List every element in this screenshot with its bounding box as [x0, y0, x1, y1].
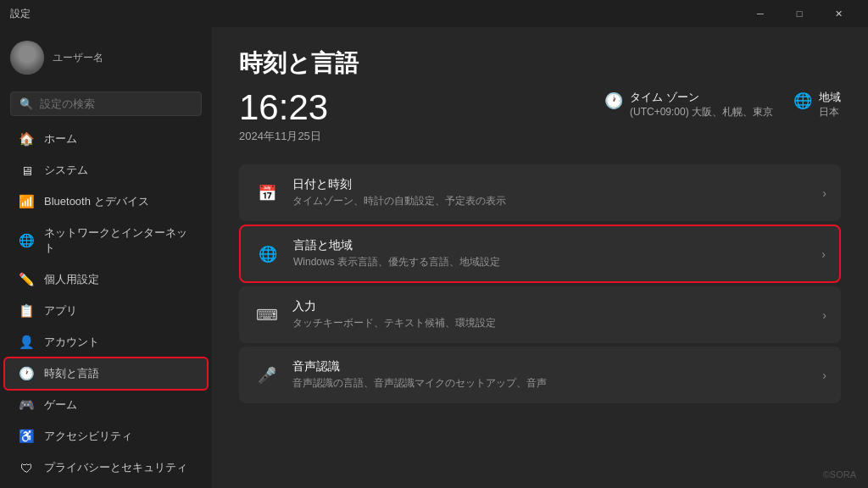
speech-title: 音声認識 — [292, 359, 810, 374]
sidebar-item-personalization[interactable]: ✏️ 個人用設定 — [5, 264, 207, 295]
input-text: 入力 タッチキーボード、テキスト候補、環境設定 — [292, 299, 810, 330]
page-title: 時刻と言語 — [239, 47, 841, 80]
settings-list: 📅 日付と時刻 タイムゾーン、時計の自動設定、予定表の表示 › 🌐 言語と地域 … — [239, 164, 841, 403]
close-button[interactable]: ✕ — [819, 0, 858, 27]
sidebar-item-bluetooth[interactable]: 📶 Bluetooth とデバイス — [5, 186, 207, 217]
sidebar-item-label: Bluetooth とデバイス — [44, 194, 149, 209]
datetime-text: 日付と時刻 タイムゾーン、時計の自動設定、予定表の表示 — [292, 177, 810, 208]
nav-list: 🏠 ホーム 🖥 システム 📶 Bluetooth とデバイス 🌐 ネットワークと… — [0, 123, 212, 488]
sidebar-item-apps[interactable]: 📋 アプリ — [5, 296, 207, 326]
sidebar-item-system[interactable]: 🖥 システム — [5, 155, 207, 186]
input-desc: タッチキーボード、テキスト候補、環境設定 — [292, 316, 810, 330]
maximize-button[interactable]: □ — [780, 0, 819, 27]
language-desc: Windows 表示言語、優先する言語、地域設定 — [293, 255, 810, 269]
avatar — [10, 41, 44, 75]
sidebar-item-update[interactable]: 🔄 Windows Update — [5, 484, 207, 488]
titlebar: 設定 ─ □ ✕ — [0, 0, 868, 27]
region-label: 地域 — [819, 90, 841, 105]
sidebar-item-label: アプリ — [44, 303, 77, 319]
timezone-item: 🕐 タイム ゾーン (UTC+09:00) 大阪、札幌、東京 — [604, 90, 773, 119]
sidebar: ユーザー名 🔍 🏠 ホーム 🖥 システム 📶 Bluetooth とデバイス 🌐… — [0, 27, 212, 488]
timezone-value: (UTC+09:00) 大阪、札幌、東京 — [630, 105, 773, 119]
region-value: 日本 — [819, 105, 841, 119]
sidebar-item-label: 個人用設定 — [44, 272, 99, 287]
profile-name: ユーザー名 — [53, 51, 103, 65]
titlebar-controls: ─ □ ✕ — [741, 0, 858, 27]
language-title: 言語と地域 — [293, 238, 810, 253]
sidebar-item-time[interactable]: 🕐 時刻と言語 — [5, 358, 207, 389]
apps-icon: 📋 — [19, 303, 34, 319]
sidebar-item-label: ゲーム — [44, 397, 77, 413]
home-icon: 🏠 — [19, 131, 34, 147]
main-content: 時刻と言語 16:23 2024年11月25日 🕐 タイム ゾーン (UTC+0… — [212, 27, 868, 488]
minimize-button[interactable]: ─ — [741, 0, 780, 27]
search-icon: 🔍 — [19, 97, 33, 110]
datetime-desc: タイムゾーン、時計の自動設定、予定表の表示 — [292, 194, 810, 208]
accessibility-icon: ♿ — [19, 429, 34, 444]
input-title: 入力 — [292, 299, 810, 314]
input-icon: ⌨ — [253, 302, 281, 329]
language-icon: 🌐 — [254, 241, 281, 268]
sidebar-item-privacy[interactable]: 🛡 プライバシーとセキュリティ — [5, 452, 207, 483]
titlebar-title: 設定 — [10, 7, 31, 21]
profile-section: ユーザー名 — [0, 27, 212, 88]
speech-desc: 音声認識の言語、音声認識マイクのセットアップ、音声 — [292, 376, 810, 391]
datetime-chevron: › — [822, 186, 826, 200]
settings-card-input[interactable]: ⌨ 入力 タッチキーボード、テキスト候補、環境設定 › — [239, 286, 841, 343]
region-icon: 🌐 — [793, 92, 812, 110]
tz-region: 🕐 タイム ゾーン (UTC+09:00) 大阪、札幌、東京 🌐 地域 日本 — [604, 90, 841, 119]
sidebar-item-label: ネットワークとインターネット — [44, 225, 193, 256]
sidebar-item-label: アクセシビリティ — [44, 429, 132, 444]
current-time: 16:23 — [239, 90, 328, 125]
search-input[interactable] — [40, 97, 192, 110]
settings-card-language[interactable]: 🌐 言語と地域 Windows 表示言語、優先する言語、地域設定 › — [239, 225, 841, 283]
language-chevron: › — [821, 247, 826, 261]
speech-text: 音声認識 音声認識の言語、音声認識マイクのセットアップ、音声 — [292, 359, 810, 391]
gaming-icon: 🎮 — [19, 397, 34, 413]
system-icon: 🖥 — [19, 164, 34, 178]
privacy-icon: 🛡 — [19, 461, 34, 475]
region-item: 🌐 地域 日本 — [793, 90, 841, 119]
sidebar-item-label: ホーム — [44, 131, 77, 147]
bluetooth-icon: 📶 — [19, 194, 34, 209]
sidebar-item-home[interactable]: 🏠 ホーム — [5, 124, 207, 154]
sidebar-item-label: プライバシーとセキュリティ — [44, 460, 187, 475]
current-date: 2024年11月25日 — [239, 129, 328, 144]
speech-chevron: › — [822, 369, 826, 382]
search-box[interactable]: 🔍 — [10, 92, 202, 116]
accounts-icon: 👤 — [19, 335, 34, 350]
sidebar-item-accessibility[interactable]: ♿ アクセシビリティ — [5, 421, 207, 452]
sidebar-item-gaming[interactable]: 🎮 ゲーム — [5, 390, 207, 420]
datetime-icon: 📅 — [253, 180, 281, 207]
watermark: ©SORA — [823, 469, 856, 480]
sidebar-item-label: システム — [44, 163, 88, 178]
timezone-icon: 🕐 — [604, 92, 623, 110]
sidebar-item-label: 時刻と言語 — [44, 366, 99, 381]
input-chevron: › — [822, 308, 826, 322]
time-display: 16:23 2024年11月25日 — [239, 90, 328, 144]
personalization-icon: ✏️ — [19, 272, 34, 287]
app-container: ユーザー名 🔍 🏠 ホーム 🖥 システム 📶 Bluetooth とデバイス 🌐… — [0, 27, 868, 488]
speech-icon: 🎤 — [253, 362, 281, 389]
settings-card-datetime[interactable]: 📅 日付と時刻 タイムゾーン、時計の自動設定、予定表の表示 › — [239, 164, 841, 221]
sidebar-item-accounts[interactable]: 👤 アカウント — [5, 327, 207, 358]
sidebar-item-network[interactable]: 🌐 ネットワークとインターネット — [5, 218, 207, 263]
time-icon: 🕐 — [19, 366, 34, 381]
network-icon: 🌐 — [19, 233, 34, 248]
datetime-title: 日付と時刻 — [292, 177, 810, 192]
timezone-label: タイム ゾーン — [630, 90, 773, 105]
language-text: 言語と地域 Windows 表示言語、優先する言語、地域設定 — [293, 238, 810, 269]
sidebar-item-label: アカウント — [44, 335, 99, 350]
settings-card-speech[interactable]: 🎤 音声認識 音声認識の言語、音声認識マイクのセットアップ、音声 › — [239, 347, 841, 403]
time-region-bar: 16:23 2024年11月25日 🕐 タイム ゾーン (UTC+09:00) … — [239, 90, 841, 144]
